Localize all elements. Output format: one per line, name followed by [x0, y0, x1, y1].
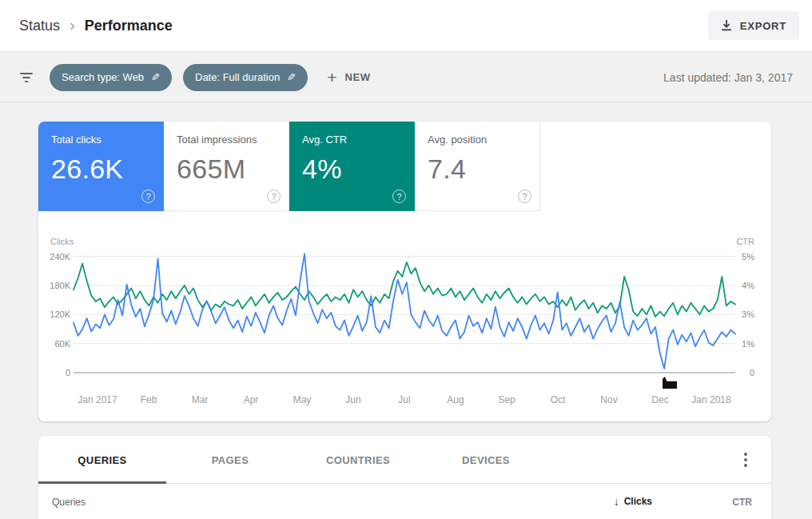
tab-devices[interactable]: DEVICES: [422, 436, 550, 484]
dimensions-table-card: QUERIES PAGES COUNTRIES DEVICES Queries …: [38, 436, 771, 519]
new-filter-button[interactable]: + NEW: [327, 69, 370, 86]
column-header-ctr[interactable]: CTR: [732, 497, 752, 508]
x-axis-month-label: Dec: [651, 394, 668, 405]
left-axis-tick: 0: [38, 368, 70, 377]
edit-pencil-icon: ✎: [287, 71, 296, 83]
left-axis-tick: 120K: [38, 309, 70, 319]
x-axis-month-label: Jan 2018: [691, 394, 730, 405]
sort-descending-icon: ↓: [614, 495, 619, 508]
download-icon: [721, 20, 732, 31]
dimension-tabs: QUERIES PAGES COUNTRIES DEVICES: [38, 436, 771, 484]
tab-queries[interactable]: QUERIES: [38, 436, 166, 484]
more-options-icon[interactable]: [736, 450, 755, 469]
filter-bar: Search type: Web ✎ Date: Full duration ✎…: [0, 53, 812, 102]
left-axis-tick: 180K: [38, 281, 70, 290]
breadcrumb: Status › Performance: [19, 17, 173, 34]
top-header: Status › Performance EXPORT: [0, 0, 812, 52]
date-range-chip-label: Date: Full duration: [195, 71, 280, 83]
last-updated-text: Last updated: Jan 3, 2017: [663, 71, 793, 84]
tab-pages[interactable]: PAGES: [166, 436, 294, 484]
column-header-clicks[interactable]: ↓ Clicks: [614, 495, 652, 508]
x-axis-month-label: Nov: [600, 394, 617, 405]
tab-countries[interactable]: COUNTRIES: [294, 436, 422, 484]
x-axis-month-label: Aug: [447, 394, 464, 405]
right-axis-tick: 0: [722, 368, 754, 377]
x-axis-month-label: Jan 2017: [78, 394, 117, 405]
edit-pencil-icon: ✎: [151, 71, 160, 83]
right-axis-tick: 3%: [722, 309, 754, 319]
left-axis-tick: 60K: [38, 339, 70, 349]
performance-chart-card: Total clicks 26.6K ? Total impressions 6…: [38, 122, 771, 421]
left-axis-tick: 240K: [38, 252, 70, 261]
x-axis-month-label: Oct: [551, 394, 566, 405]
x-axis-month-label: Jun: [345, 394, 360, 405]
x-axis-month-label: Mar: [192, 394, 209, 405]
date-range-chip[interactable]: Date: Full duration ✎: [183, 64, 308, 91]
x-axis-month-label: Feb: [141, 394, 157, 405]
new-filter-label: NEW: [344, 71, 370, 83]
search-type-chip-label: Search type: Web: [62, 71, 144, 83]
export-label: EXPORT: [740, 20, 786, 32]
plus-icon: +: [327, 69, 336, 86]
right-axis-tick: 4%: [722, 281, 754, 290]
filter-list-icon[interactable]: [19, 73, 34, 82]
column-header-queries[interactable]: Queries: [52, 497, 86, 508]
right-axis-tick: 1%: [722, 339, 754, 349]
search-type-chip[interactable]: Search type: Web ✎: [50, 64, 172, 91]
time-series-chart[interactable]: [38, 122, 771, 421]
x-axis-month-label: Jul: [398, 394, 410, 405]
x-axis-month-label: May: [293, 394, 312, 405]
x-axis-month-label: Apr: [244, 394, 259, 405]
page-title: Performance: [85, 18, 173, 34]
chevron-right-icon: ›: [70, 17, 75, 34]
breadcrumb-status-link[interactable]: Status: [19, 18, 60, 34]
export-button[interactable]: EXPORT: [708, 11, 799, 40]
table-header-row: Queries ↓ Clicks CTR: [38, 484, 771, 519]
x-axis-month-label: Sep: [498, 394, 515, 405]
search-console-performance-page: Status › Performance EXPORT Search type:…: [0, 0, 812, 519]
right-axis-tick: 5%: [722, 252, 754, 261]
